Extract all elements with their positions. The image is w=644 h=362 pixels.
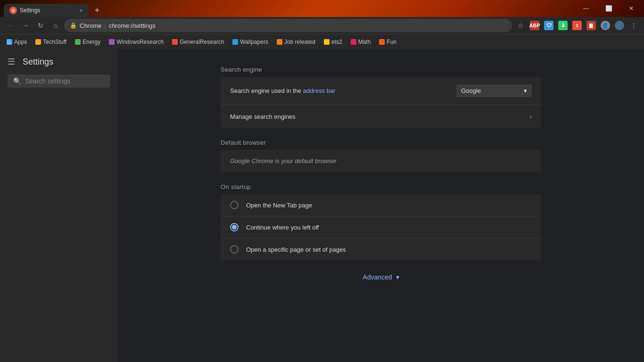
adblock-ext-icon: ABP: [530, 21, 539, 30]
startup-specific-row[interactable]: Open a specific page or set of pages: [221, 239, 541, 260]
manage-search-engines-label: Manage search engines: [230, 113, 529, 120]
search-bar: 🔍: [8, 74, 110, 88]
adblock-icon[interactable]: ABP: [528, 19, 541, 32]
new-tab-button[interactable]: +: [91, 4, 104, 17]
search-engine-section-title: Search engine: [221, 58, 541, 77]
address-bar[interactable]: 🔒 Chrome | chrome://settings: [64, 19, 512, 32]
bookmark-ets2[interactable]: ets2: [320, 37, 346, 47]
default-browser-label: Google Chrome is your default browser: [230, 157, 532, 165]
forward-button[interactable]: →: [19, 19, 32, 32]
close-button[interactable]: ✕: [620, 0, 642, 17]
search-input[interactable]: [25, 77, 107, 85]
bookmark-math[interactable]: Math: [347, 37, 375, 47]
ext3-badge: 2: [572, 21, 582, 30]
address-site: Chrome: [80, 22, 101, 29]
startup-newtab-label: Open the New Tab page: [246, 202, 312, 209]
startup-specific-label: Open a specific page or set of pages: [246, 246, 346, 253]
bookmark-wallpapers-label: Wallpapers: [240, 39, 268, 45]
minimize-button[interactable]: —: [575, 0, 597, 17]
profile-icon[interactable]: 👤: [599, 19, 612, 32]
account-icon[interactable]: 👤: [613, 19, 626, 32]
settings-container: ☰ Settings 🔍 Search engine Search engine…: [0, 49, 644, 362]
tab-close-button[interactable]: ×: [77, 7, 85, 14]
profile-avatar: 👤: [601, 21, 610, 30]
active-tab[interactable]: ⚙ Settings ×: [4, 4, 89, 17]
window-controls: — ⬜ ✕: [575, 0, 644, 17]
account-badge: 👤: [615, 21, 624, 30]
ets2-icon: [324, 39, 330, 45]
maximize-button[interactable]: ⬜: [598, 0, 619, 17]
bookmark-wallpapers[interactable]: Wallpapers: [229, 37, 272, 47]
address-url: chrome://settings: [109, 22, 156, 29]
address-separator: |: [104, 22, 106, 29]
nav-bar: ← → ↻ ⌂ 🔒 Chrome | chrome://settings ☆ A…: [0, 17, 644, 34]
fun-icon: [379, 39, 385, 45]
bookmark-fun[interactable]: Fun: [375, 37, 400, 47]
on-startup-section-title: On startup: [221, 176, 541, 194]
menu-icon[interactable]: ⋮: [627, 19, 640, 32]
content-inner: Search engine Search engine used in the …: [221, 49, 541, 309]
secure-icon: 🔒: [70, 22, 77, 29]
ext2-badge: ⬇: [558, 21, 568, 30]
bookmark-techstuff[interactable]: TechStuff: [32, 37, 70, 47]
ext3-icon[interactable]: 2: [570, 19, 584, 32]
bookmark-windowsresearch[interactable]: WindowsResearch: [105, 37, 167, 47]
sidebar-header: ☰ Settings: [0, 53, 118, 74]
search-engine-label: Search engine used in the address bar: [230, 87, 456, 94]
startup-specific-radio[interactable]: [230, 245, 239, 254]
startup-continue-row[interactable]: Continue where you left off: [221, 216, 541, 239]
home-button[interactable]: ⌂: [49, 19, 62, 32]
default-browser-row: Google Chrome is your default browser: [221, 150, 541, 172]
bookmark-apps-label: Apps: [14, 39, 27, 45]
toolbar-icons: ☆ ABP 🛡 ⬇ 2 📋 👤 👤 ⋮: [514, 19, 640, 32]
default-browser-card: Google Chrome is your default browser: [221, 150, 541, 172]
bookmark-generalresearch[interactable]: GeneralResearch: [168, 37, 228, 47]
bookmark-ets2-label: ets2: [331, 39, 342, 45]
ext1-icon[interactable]: 🛡: [542, 19, 555, 32]
manage-search-engines-arrow: ›: [529, 113, 532, 120]
search-engine-dropdown[interactable]: Google ▾: [456, 84, 532, 97]
techstuff-icon: [35, 39, 41, 45]
on-startup-card: Open the New Tab page Continue where you…: [221, 194, 541, 260]
bookmark-techstuff-label: TechStuff: [43, 39, 66, 45]
advanced-row[interactable]: Advanced ▾: [221, 264, 541, 290]
ext2-icon[interactable]: ⬇: [556, 19, 570, 32]
search-engine-row[interactable]: Search engine used in the address bar Go…: [221, 77, 541, 105]
title-bar: ⚙ Settings × + — ⬜ ✕: [0, 0, 644, 17]
default-browser-section-title: Default browser: [221, 132, 541, 150]
advanced-arrow-icon: ▾: [396, 273, 399, 281]
settings-title: Settings: [23, 57, 53, 67]
bookmark-windowsresearch-label: WindowsResearch: [116, 39, 164, 45]
bookmark-energy[interactable]: Energy: [71, 37, 104, 47]
radio-selected-indicator: [232, 225, 237, 230]
search-input-wrap: 🔍: [8, 74, 110, 88]
back-button[interactable]: ←: [4, 19, 17, 32]
manage-search-engines-row[interactable]: Manage search engines ›: [221, 105, 541, 128]
startup-newtab-row[interactable]: Open the New Tab page: [221, 194, 541, 216]
dropdown-arrow-icon: ▾: [524, 87, 527, 94]
startup-continue-radio[interactable]: [230, 223, 239, 231]
advanced-label: Advanced: [363, 273, 392, 281]
windowsresearch-icon: [109, 39, 115, 45]
bookmark-apps[interactable]: ⠿ Apps: [3, 37, 31, 47]
generalresearch-icon: [172, 39, 178, 45]
ext1-badge: 🛡: [544, 21, 553, 30]
startup-newtab-radio[interactable]: [230, 201, 239, 209]
bookmarks-bar: ⠿ Apps TechStuff Energy WindowsResearch …: [0, 34, 644, 49]
search-engine-card: Search engine used in the address bar Go…: [221, 77, 541, 128]
startup-continue-label: Continue where you left off: [246, 224, 319, 231]
bookmark-jobreleated-label: Job releated: [284, 39, 315, 45]
hamburger-icon[interactable]: ☰: [8, 57, 15, 67]
address-bar-link[interactable]: address bar: [303, 87, 336, 94]
bookmark-jobreleated[interactable]: Job releated: [273, 37, 319, 47]
star-icon[interactable]: ☆: [514, 19, 527, 32]
bookmark-generalresearch-label: GeneralResearch: [180, 39, 224, 45]
wallpapers-icon: [232, 39, 238, 45]
ext4-icon[interactable]: 📋: [585, 19, 598, 32]
bookmark-math-label: Math: [358, 39, 371, 45]
search-engine-value: Google: [461, 87, 481, 94]
reload-button[interactable]: ↻: [34, 19, 47, 32]
main-content: Search engine Search engine used in the …: [118, 49, 644, 362]
bookmark-energy-label: Energy: [83, 39, 100, 45]
tab-favicon: ⚙: [9, 7, 17, 14]
